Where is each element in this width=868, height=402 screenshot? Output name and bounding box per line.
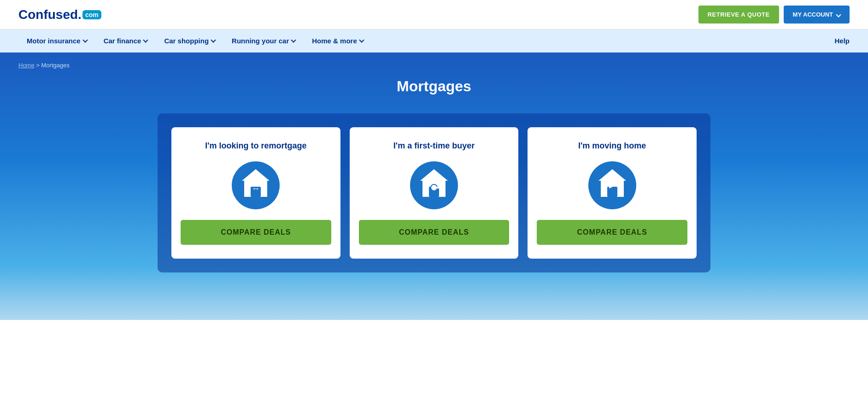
logo-text: Confused. — [18, 7, 82, 22]
compare-deals-remortgage-button[interactable]: COMPARE DEALS — [181, 220, 331, 245]
nav-item-car-finance[interactable]: Car finance — [95, 30, 156, 52]
chevron-down-icon — [359, 37, 364, 42]
nav-label: Car shopping — [164, 37, 209, 45]
nav-item-home-more[interactable]: Home & more — [304, 30, 372, 52]
account-label: MY ACCOUNT — [793, 11, 833, 18]
nav-item-running-your-car[interactable]: Running your car — [223, 30, 304, 52]
remortgage-icon: ↔ — [230, 160, 281, 211]
nav-item-motor-insurance[interactable]: Motor insurance — [18, 30, 95, 52]
card-title-moving: I'm moving home — [578, 141, 646, 151]
card-remortgage: I'm looking to remortgage ↔ COMPARE DEAL… — [171, 127, 340, 259]
breadcrumb-separator: > — [36, 62, 41, 69]
chevron-down-icon — [82, 37, 88, 42]
page-title: Mortgages — [18, 78, 850, 95]
mortgage-cards-container: I'm looking to remortgage ↔ COMPARE DEAL… — [158, 113, 710, 272]
svg-point-7 — [431, 184, 437, 191]
card-first-time-buyer: I'm a first-time buyer COMPARE DEALS — [350, 127, 519, 259]
breadcrumb-current: Mortgages — [41, 62, 70, 69]
retrieve-quote-button[interactable]: RETRIEVE A QUOTE — [698, 6, 779, 24]
chevron-down-icon — [836, 12, 841, 17]
nav-label: Car finance — [104, 37, 141, 45]
site-logo[interactable]: Confused.com — [18, 7, 101, 22]
hero-section: Home > Mortgages Mortgages I'm looking t… — [0, 53, 868, 320]
card-moving-home: I'm moving home COMPARE DEALS — [528, 127, 697, 259]
chevron-down-icon — [211, 37, 216, 42]
moving-home-icon — [587, 160, 638, 211]
header-actions: RETRIEVE A QUOTE MY ACCOUNT — [698, 6, 850, 24]
nav-label: Motor insurance — [27, 37, 81, 45]
nav-label: Running your car — [232, 37, 289, 45]
breadcrumb: Home > Mortgages — [18, 62, 850, 69]
compare-deals-moving-button[interactable]: COMPARE DEALS — [537, 220, 687, 245]
nav-items: Motor insurance Car finance Car shopping… — [18, 30, 834, 52]
svg-rect-14 — [606, 184, 611, 187]
site-header: Confused.com RETRIEVE A QUOTE MY ACCOUNT — [0, 0, 868, 30]
nav-item-car-shopping[interactable]: Car shopping — [156, 30, 223, 52]
chevron-down-icon — [291, 37, 296, 42]
svg-rect-8 — [436, 187, 442, 189]
my-account-button[interactable]: MY ACCOUNT — [784, 6, 850, 24]
svg-text:↔: ↔ — [252, 184, 260, 193]
svg-rect-9 — [440, 189, 442, 190]
breadcrumb-home[interactable]: Home — [18, 62, 35, 69]
nav-help[interactable]: Help — [834, 30, 850, 52]
main-nav: Motor insurance Car finance Car shopping… — [0, 30, 868, 53]
card-title-first-time: I'm a first-time buyer — [393, 141, 475, 151]
nav-label: Home & more — [312, 37, 357, 45]
card-title-remortgage: I'm looking to remortgage — [205, 141, 306, 151]
logo-badge: com — [82, 10, 101, 19]
svg-rect-12 — [607, 187, 617, 197]
first-time-buyer-icon — [409, 160, 459, 211]
compare-deals-first-time-button[interactable]: COMPARE DEALS — [359, 220, 510, 245]
chevron-down-icon — [143, 37, 148, 42]
